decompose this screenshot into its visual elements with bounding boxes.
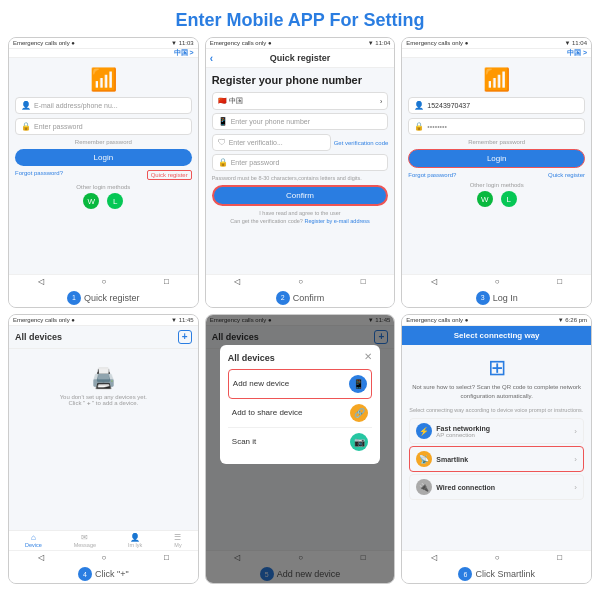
user-icon-1: 👤 <box>21 101 31 110</box>
line-icon-1[interactable]: L <box>107 193 123 209</box>
connect-sub-hint: Select connecting way according to devic… <box>405 405 588 415</box>
content-2: Register your phone number 🇨🇳 中国 › 📱 Ent… <box>206 68 395 274</box>
modal-title-5: All devices <box>228 353 372 363</box>
screen-5: Emergency calls only ● ▼ 11:45 All devic… <box>205 314 396 585</box>
statusbar-4: Emergency calls only ● ▼ 11:45 <box>9 315 198 326</box>
header-2: ‹ Quick register <box>206 49 395 68</box>
chevron-smartlink: › <box>574 455 577 464</box>
lang-selector-3[interactable]: 中国 > <box>567 48 587 58</box>
remember-pwd-1: Remember password <box>15 139 192 145</box>
content-4: 🖨️ You don't set up any devices yet. Cli… <box>9 349 198 531</box>
shield-icon-2: 🛡 <box>218 138 226 147</box>
nav-device-4[interactable]: ⌂ Device <box>25 533 42 548</box>
printer-icon-4: 🖨️ <box>19 366 188 390</box>
lang-selector-1[interactable]: 中国 > <box>174 48 194 58</box>
login-btn-3[interactable]: Login <box>408 149 585 168</box>
statusbar-3: Emergency calls only ● ▼ 11:04 <box>402 38 591 49</box>
other-login-3: Other login methods <box>408 182 585 188</box>
password-dots-field-3[interactable]: 🔒 •••••••• <box>408 118 585 135</box>
all-devices-header-4: All devices + <box>9 326 198 349</box>
add-device-modal-overlay: All devices ✕ Add new device 📱 Add to sh… <box>206 315 395 584</box>
header-3: 中国 > <box>402 49 591 58</box>
step-label-1: 1Quick register <box>9 288 198 307</box>
add-share-device-item[interactable]: Add to share device 🔗 <box>228 399 372 428</box>
wifi-logo-3: 📶 <box>408 67 585 93</box>
email-field-1[interactable]: 👤 E-mail address/phone nu... <box>15 97 192 114</box>
quick-register-link-3[interactable]: Quick register <box>548 172 585 178</box>
country-field-2[interactable]: 🇨🇳 中国 › <box>212 92 389 110</box>
connect-header-6: Select connecting way <box>402 326 591 345</box>
forgot-link-3[interactable]: Forgot password? <box>408 172 456 178</box>
wechat-icon-1[interactable]: W <box>83 193 99 209</box>
share-device-icon: 🔗 <box>350 404 368 422</box>
chevron-wired: › <box>574 483 577 492</box>
device-empty-4: 🖨️ You don't set up any devices yet. Cli… <box>15 354 192 414</box>
password-field-1[interactable]: 🔒 Enter password <box>15 118 192 135</box>
wechat-icon-3[interactable]: W <box>477 191 493 207</box>
pwd-hint-2: Password must be 8-30 characters,contain… <box>212 175 389 182</box>
add-device-btn-4[interactable]: + <box>178 330 192 344</box>
phone-nav-6: ◁ ○ □ <box>402 550 591 564</box>
phone-icon-2: 📱 <box>218 117 228 126</box>
wired-option[interactable]: 🔌 Wired connection › <box>409 474 584 500</box>
screen-3: Emergency calls only ● ▼ 11:04 中国 > 📶 👤 … <box>401 37 592 308</box>
add-device-modal-box: All devices ✕ Add new device 📱 Add to sh… <box>220 345 380 464</box>
nav-message-4[interactable]: ✉ Message <box>74 533 96 548</box>
step-label-4: 4Click "+" <box>9 564 198 583</box>
step-label-2: 2Confirm <box>206 288 395 307</box>
step-label-3: 3Log In <box>402 288 591 307</box>
smartlink-icon: 📡 <box>416 451 432 467</box>
bottom-nav-4: ⌂ Device ✉ Message 👤 Im lyk ☰ My <box>9 530 198 550</box>
add-new-device-item[interactable]: Add new device 📱 <box>228 369 372 399</box>
back-arrow-2[interactable]: ‹ <box>210 53 213 64</box>
qr-icon-6: ⊞ <box>408 353 585 384</box>
wired-icon: 🔌 <box>416 479 432 495</box>
page-title: Enter Mobile APP For Setting <box>0 0 600 37</box>
remember-pwd-3: Remember password <box>408 139 585 145</box>
user-icon-3: 👤 <box>414 101 424 110</box>
scan-item[interactable]: Scan it 📷 <box>228 428 372 456</box>
reg-password-field-2[interactable]: 🔒 Enter password <box>212 154 389 171</box>
nav-imlyk-4[interactable]: 👤 Im lyk <box>128 533 142 548</box>
phone-nav-4: ◁ ○ □ <box>9 550 198 564</box>
screen-1: Emergency calls only ● ▼ 11:03 中国 > 📶 👤 … <box>8 37 199 308</box>
fast-networking-option[interactable]: ⚡ Fast networking AP connection › <box>409 418 584 444</box>
phone-field-2[interactable]: 📱 Enter your phone number <box>212 113 389 130</box>
agree-text-2: I have read and agree to the user Can ge… <box>212 210 389 224</box>
modal-close-5[interactable]: ✕ <box>364 351 372 362</box>
wifi-logo-1: 📶 <box>15 67 192 93</box>
add-device-icon: 📱 <box>349 375 367 393</box>
scan-icon: 📷 <box>350 433 368 451</box>
phone-nav-1: ◁ ○ □ <box>9 274 198 288</box>
forgot-register-1: Forgot password? Quick register <box>15 170 192 180</box>
phone-value-field-3[interactable]: 👤 15243970437 <box>408 97 585 114</box>
verif-field-2[interactable]: 🛡 Enter verificatio... <box>212 134 331 151</box>
get-code-btn-2[interactable]: Get verification code <box>334 134 389 151</box>
content-3: 📶 👤 15243970437 🔒 •••••••• Remember pass… <box>402 58 591 274</box>
social-icons-1: W L <box>15 193 192 209</box>
login-btn-1[interactable]: Login <box>15 149 192 166</box>
forgot-link-1[interactable]: Forgot password? <box>15 170 63 180</box>
smartlink-option[interactable]: 📡 Smartlink › <box>409 446 584 472</box>
fast-net-icon: ⚡ <box>416 423 432 439</box>
other-login-1: Other login methods <box>15 184 192 190</box>
verif-row-2: 🛡 Enter verificatio... Get verification … <box>212 134 389 151</box>
screens-grid: Emergency calls only ● ▼ 11:03 中国 > 📶 👤 … <box>0 37 600 592</box>
phone-nav-3: ◁ ○ □ <box>402 274 591 288</box>
statusbar-2: Emergency calls only ● ▼ 11:04 <box>206 38 395 49</box>
phone-nav-2: ◁ ○ □ <box>206 274 395 288</box>
screen-4: Emergency calls only ● ▼ 11:45 All devic… <box>8 314 199 585</box>
nav-my-4[interactable]: ☰ My <box>174 533 181 548</box>
statusbar-6: Emergency calls only ● ▼ 6:26 pm <box>402 315 591 326</box>
statusbar-1: Emergency calls only ● ▼ 11:03 <box>9 38 198 49</box>
confirm-btn-2[interactable]: Confirm <box>212 185 389 206</box>
line-icon-3[interactable]: L <box>501 191 517 207</box>
forgot-register-3: Forgot password? Quick register <box>408 172 585 178</box>
lock-icon-3: 🔒 <box>414 122 424 131</box>
content-6: ⊞ Not sure how to select? Scan the QR co… <box>402 345 591 551</box>
lock-icon-2: 🔒 <box>218 158 228 167</box>
quick-register-link-1[interactable]: Quick register <box>147 170 192 180</box>
lock-icon-1: 🔒 <box>21 122 31 131</box>
chevron-fast-net: › <box>574 427 577 436</box>
content-1: 📶 👤 E-mail address/phone nu... 🔒 Enter p… <box>9 58 198 274</box>
